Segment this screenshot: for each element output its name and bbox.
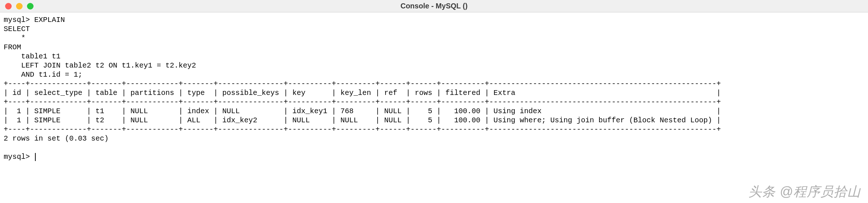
terminal-output[interactable]: mysql> EXPLAIN SELECT * FROM table1 t1 L… [0, 12, 868, 164]
maximize-icon[interactable] [27, 3, 34, 9]
result-summary: 2 rows in set (0.03 sec) [4, 134, 109, 143]
query-line: LEFT JOIN table2 t2 ON t1.key1 = t2.key2 [4, 61, 196, 70]
query-line: SELECT [4, 25, 30, 33]
prompt: mysql> [4, 153, 34, 161]
query-line: table1 t1 [4, 52, 60, 61]
traffic-lights [0, 3, 34, 9]
table-border: +----+-------------+-------+------------… [4, 80, 721, 88]
close-icon[interactable] [5, 3, 12, 9]
table-border: +----+-------------+-------+------------… [4, 98, 721, 106]
watermark: 头条 @程序员拾山 [748, 183, 861, 201]
table-row: | 1 | SIMPLE | t1 | NULL | index | NULL … [4, 107, 721, 115]
query-line: * [4, 34, 26, 42]
cursor-icon [35, 153, 36, 161]
minimize-icon[interactable] [16, 3, 23, 9]
table-border: +----+-------------+-------+------------… [4, 125, 721, 134]
query-line: FROM [4, 43, 21, 51]
table-row: | 1 | SIMPLE | t2 | NULL | ALL | idx_key… [4, 116, 721, 125]
table-header: | id | select_type | table | partitions … [4, 89, 721, 97]
query-line: mysql> EXPLAIN [4, 16, 65, 24]
window-titlebar: Console - MySQL () [0, 0, 868, 12]
query-line: AND t1.id = 1; [4, 70, 82, 79]
window-title: Console - MySQL () [400, 2, 468, 10]
